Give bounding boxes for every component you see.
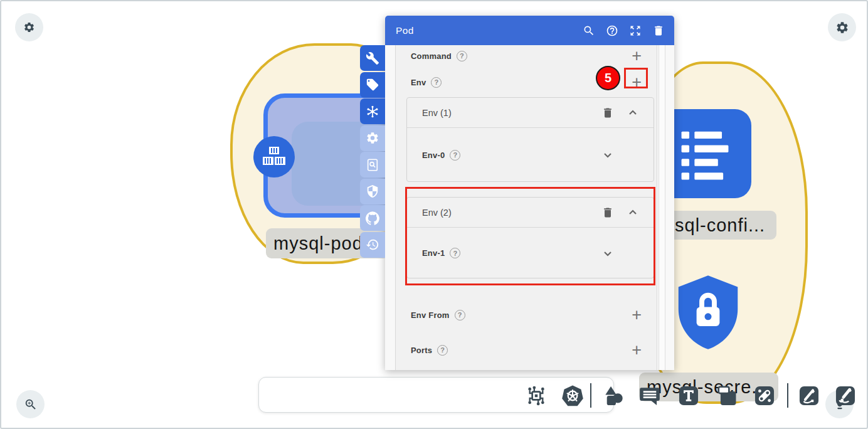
history-icon <box>366 238 379 252</box>
wrench-icon <box>366 51 379 65</box>
secret-shield-lock-icon <box>669 270 748 355</box>
tag-icon <box>366 78 379 92</box>
field-row-env-from: Env From ? + <box>396 298 657 332</box>
tool-text[interactable] <box>675 383 702 409</box>
panel-title: Pod <box>396 25 573 36</box>
tool-pencil-scribble[interactable] <box>832 383 859 409</box>
field-label-ports: Ports <box>411 346 432 355</box>
gear-logo-icon <box>23 21 35 33</box>
connector-link-icon <box>753 384 776 408</box>
configmap-label-text: sql-confi... <box>675 215 765 236</box>
shipping-containers-icon <box>262 146 287 167</box>
trash-icon <box>652 24 665 37</box>
gear-icon <box>366 131 379 145</box>
env-0-label: Env-0 <box>422 151 445 160</box>
side-tool-github[interactable] <box>360 205 385 231</box>
toolbar-divider <box>787 383 788 408</box>
side-tool-wrench[interactable] <box>360 45 385 71</box>
tool-comment[interactable] <box>637 383 663 409</box>
add-env-from-button[interactable]: + <box>632 309 642 321</box>
search-icon <box>583 24 595 37</box>
tool-note[interactable] <box>714 383 741 409</box>
secret-node[interactable] <box>669 270 748 355</box>
github-icon <box>366 211 379 225</box>
side-tool-hub[interactable] <box>360 98 385 124</box>
help-icon[interactable]: ? <box>437 345 448 356</box>
side-tool-history[interactable] <box>360 232 385 258</box>
chevron-up-icon <box>628 108 638 118</box>
document-search-icon <box>366 158 379 172</box>
side-tool-preview[interactable] <box>360 152 385 177</box>
field-label-command: Command <box>411 51 452 61</box>
tool-kubernetes[interactable] <box>559 383 586 409</box>
schema-chip-icon <box>524 384 548 408</box>
highlight-frame-add-env <box>624 68 648 88</box>
container-stack-icon[interactable] <box>253 136 295 177</box>
expand-arrows-icon <box>629 24 642 37</box>
side-tool-settings[interactable] <box>360 125 385 151</box>
panel-search-button[interactable] <box>581 23 596 38</box>
canvas-bottom-toolbar <box>258 377 614 413</box>
tool-connector[interactable] <box>751 383 778 409</box>
shield-icon <box>366 184 379 198</box>
settings-button[interactable] <box>828 13 856 41</box>
app-window: mysql-pod sql-confi... mysql-secre... <box>0 0 868 429</box>
env-item-1-title: Env (1) <box>422 108 600 118</box>
panel-scrollbar[interactable] <box>659 45 665 370</box>
env-item-1-header[interactable]: Env (1) <box>407 98 654 128</box>
env-item-1-delete-button[interactable] <box>600 105 616 121</box>
highlight-frame-env-2 <box>405 187 655 285</box>
panel-delete-button[interactable] <box>651 23 666 38</box>
pen-bezier-icon <box>797 384 821 408</box>
help-icon[interactable]: ? <box>455 310 465 320</box>
chevron-down-icon <box>603 150 613 160</box>
env-item-1-collapse-button[interactable] <box>625 105 641 121</box>
hub-icon <box>366 105 379 119</box>
env-item-1: Env (1) Env-0 ? <box>406 97 654 182</box>
help-icon[interactable]: ? <box>457 51 467 61</box>
tool-shapes[interactable] <box>600 383 627 409</box>
field-row-ports: Ports ? + <box>396 333 657 367</box>
help-icon[interactable]: ? <box>450 150 460 161</box>
add-command-button[interactable]: + <box>632 50 642 62</box>
panel-expand-button[interactable] <box>628 23 643 38</box>
kubernetes-icon <box>561 384 585 408</box>
help-icon[interactable]: ? <box>431 77 442 88</box>
comment-icon <box>638 384 662 408</box>
zoom-in-button[interactable] <box>16 390 45 418</box>
trash-icon <box>601 107 614 119</box>
env-item-1-content: Env-0 ? <box>407 128 654 182</box>
configmap-list-icon <box>672 122 738 185</box>
side-tool-security[interactable] <box>360 179 385 204</box>
panel-header[interactable]: Pod <box>385 16 674 45</box>
shapes-icon <box>601 384 625 408</box>
zoom-in-icon <box>24 398 38 411</box>
resource-side-toolbar <box>360 45 385 258</box>
toolbar-divider <box>590 383 591 408</box>
add-port-button[interactable]: + <box>632 344 642 356</box>
field-label-env: Env <box>411 78 426 87</box>
field-label-env-from: Env From <box>411 310 450 320</box>
app-menu-button[interactable] <box>15 13 43 41</box>
tool-pen-bezier[interactable] <box>796 383 822 409</box>
side-tool-labels[interactable] <box>360 72 385 98</box>
tutorial-step-badge: 5 <box>596 66 620 90</box>
note-icon <box>716 384 739 408</box>
gear-icon <box>835 21 849 34</box>
text-icon <box>677 384 701 408</box>
configmap-node-label[interactable]: sql-confi... <box>667 211 776 240</box>
secret-label-text: mysql-secre... <box>647 377 768 398</box>
pod-label-text: mysql-pod <box>273 233 363 254</box>
panel-help-button[interactable] <box>605 23 620 38</box>
env-0-expand-button[interactable] <box>600 147 616 163</box>
pencil-scribble-icon <box>834 384 857 408</box>
help-circle-icon <box>606 24 618 37</box>
tool-schema[interactable] <box>523 383 549 409</box>
